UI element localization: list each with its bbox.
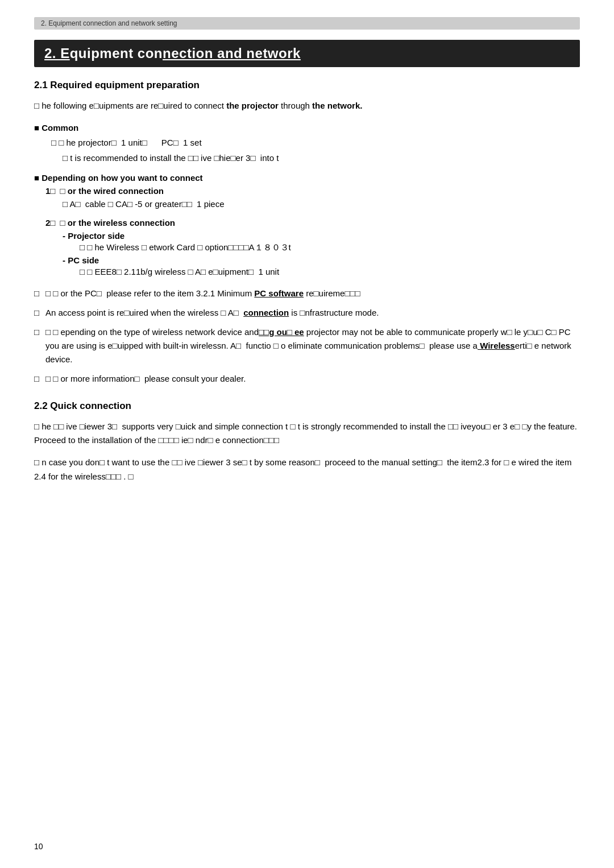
note-item-4: □ □ or more information□ please consult … — [34, 372, 580, 386]
section-title: 2. Equipment connection and network — [34, 40, 580, 67]
note-item-3: □ □ epending on the type of wireless net… — [34, 325, 580, 366]
quick-paragraph-2: □ n case you don□ t want to use the □□ i… — [34, 456, 580, 484]
note-item-2: An access point is re□uired when the wir… — [34, 306, 580, 320]
common-item-2: □ t is recommended to install the □□ ive… — [63, 151, 580, 164]
subsection-21-title: 2.1 Required equipment preparation — [34, 80, 580, 91]
wired-connection: 1□ □ or the wired connection A□ cable □ … — [45, 186, 580, 209]
page-wrapper: 2. Equipment connection and network sett… — [0, 0, 614, 868]
notes-list: □ □ or the PC□ please refer to the item … — [34, 287, 580, 386]
subsection-22-title: 2.2 Quick connection — [34, 400, 580, 412]
wireless-title: 2□ □ or the wireless connection — [45, 218, 580, 228]
common-section: Common □ he projector□ 1 unit□ PC□ 1 set… — [34, 123, 580, 165]
common-header: Common — [34, 123, 580, 133]
wireless-connection: 2□ □ or the wireless connection Projecto… — [45, 218, 580, 276]
depending-header: Depending on how you want to connect — [34, 173, 580, 183]
wired-title: 1□ □ or the wired connection — [45, 186, 580, 196]
depending-section: Depending on how you want to connect 1□ … — [34, 173, 580, 276]
breadcrumb: 2. Equipment connection and network sett… — [34, 17, 580, 30]
common-item-1: □ he projector□ 1 unit□ PC□ 1 set — [51, 136, 580, 149]
page-number: 10 — [34, 842, 43, 851]
wireless-pc-item: □ EEE8□ 2.11b/g wireless □ A□ e□uipment□… — [80, 267, 580, 276]
intro-paragraph: □ he following e□uipments are re□uired t… — [34, 99, 580, 113]
wired-sub: A□ cable □ CA□ -5 or greater□□ 1 piece — [63, 199, 580, 209]
quick-paragraph-1: □ he □□ ive □iewer 3□ supports very □uic… — [34, 420, 580, 448]
note-item-1: □ □ or the PC□ please refer to the item … — [34, 287, 580, 300]
pc-side-label: PC side — [63, 255, 580, 265]
wireless-projector-item: □ he Wireless □ etwork Card □ option□□□□… — [80, 242, 580, 253]
projector-side-label: Projector side — [63, 231, 580, 241]
